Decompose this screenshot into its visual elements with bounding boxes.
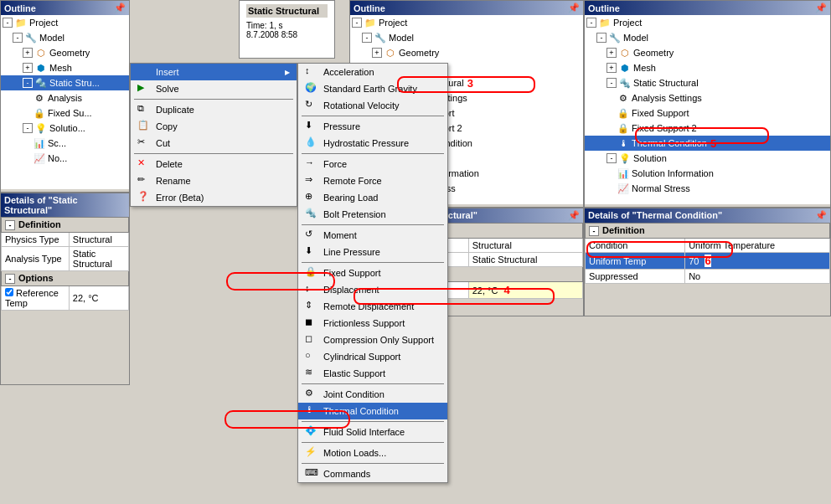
expander-project-l[interactable]: - xyxy=(3,18,13,28)
menu-item-rename[interactable]: ✏ Rename xyxy=(131,172,297,189)
outline-title-center: Outline 📌 xyxy=(350,1,583,15)
fixedsup-icon-l: 🔒 xyxy=(33,106,46,120)
pin-details-right[interactable]: 📌 xyxy=(815,210,827,221)
menu-item-solve[interactable]: ▶ Solve xyxy=(131,80,297,97)
pin-details-center[interactable]: 📌 xyxy=(568,210,580,221)
expander-model-c[interactable]: - xyxy=(362,33,372,43)
tree-item-model-l[interactable]: - 🔧 Model xyxy=(1,30,129,45)
static-structural-icon-l: 🔩 xyxy=(34,76,48,90)
collapse-options-left[interactable]: - xyxy=(5,274,15,284)
tree-item-solution-r[interactable]: - 💡 Solution xyxy=(585,151,830,166)
tree-item-analysis-l[interactable]: ⚙ Analysis xyxy=(1,90,129,105)
submenu-moment[interactable]: ↺ Moment xyxy=(298,227,447,244)
info-box-title: Static Structural xyxy=(246,4,328,18)
fixedsup-icon-r: 🔒 xyxy=(617,106,630,120)
model-icon-l: 🔧 xyxy=(24,31,38,44)
pin-icon-center[interactable]: 📌 xyxy=(568,3,580,13)
tree-item-project-l[interactable]: - 📁 Project xyxy=(1,15,129,30)
sub-sep-6 xyxy=(302,421,444,422)
outline-title-right: Outline 📌 xyxy=(585,1,830,15)
menu-item-cut[interactable]: ✂ Cut xyxy=(131,135,297,152)
submenu-pressure[interactable]: ⬇ Pressure xyxy=(298,118,447,135)
submenu-fixed-support[interactable]: 🔒 Fixed Support xyxy=(298,265,447,281)
expander-sol-l[interactable]: - xyxy=(23,123,33,133)
submenu-insert: ↕ Acceleration 🌍 Standard Earth Gravity … xyxy=(297,63,448,483)
submenu-force[interactable]: → Force xyxy=(298,156,447,172)
value-ref-temp-center[interactable]: 22, °C 4 xyxy=(468,282,582,299)
tree-item-model-r[interactable]: - 🔧 Model xyxy=(585,30,830,45)
tree-item-no-l[interactable]: 📈 No... xyxy=(1,151,129,166)
expander-geometry-c[interactable]: + xyxy=(372,48,382,58)
tree-item-geometry-r[interactable]: + ⬡ Geometry xyxy=(585,45,830,60)
hydrostatic-icon: 💧 xyxy=(305,136,318,150)
expander-geometry-l[interactable]: + xyxy=(23,48,33,58)
collapse-definition-right[interactable]: - xyxy=(589,226,599,236)
submenu-frictionless-support[interactable]: ◼ Frictionless Support xyxy=(298,315,447,332)
expander-sol-r[interactable]: - xyxy=(606,153,617,163)
submenu-bolt-pretension[interactable]: 🔩 Bolt Pretension xyxy=(298,206,447,223)
submenu-commands[interactable]: ⌨ Commands xyxy=(298,465,447,482)
expander-mesh-r[interactable]: + xyxy=(606,63,617,73)
submenu-compression-only[interactable]: ◻ Compression Only Support xyxy=(298,332,447,348)
pin-icon-left[interactable]: 📌 xyxy=(114,3,126,13)
collapse-definition-left[interactable]: - xyxy=(5,220,15,230)
expander-ss-r[interactable]: - xyxy=(606,78,617,88)
menu-item-delete[interactable]: ✕ Delete xyxy=(131,156,297,172)
submenu-displacement[interactable]: ↕ Displacement xyxy=(298,281,447,298)
submenu-acceleration[interactable]: ↕ Acceleration xyxy=(298,64,447,80)
info-box-time: Time: 1, s xyxy=(246,21,328,30)
expander-model-l[interactable]: - xyxy=(13,33,23,43)
menu-item-duplicate[interactable]: ⧉ Duplicate xyxy=(131,101,297,118)
expander-mesh-l[interactable]: + xyxy=(23,63,33,73)
submenu-line-pressure[interactable]: ⬇ Line Pressure xyxy=(298,244,447,260)
tree-item-static-structural-r[interactable]: - 🔩 Static Structural xyxy=(585,75,830,90)
menu-item-error[interactable]: ❓ Error (Beta) xyxy=(131,189,297,206)
sub-sep-1 xyxy=(302,116,444,116)
expander-ss-l[interactable]: - xyxy=(23,78,33,88)
submenu-bearing-load[interactable]: ⊕ Bearing Load xyxy=(298,189,447,206)
expander-geometry-r[interactable]: + xyxy=(606,48,617,58)
submenu-elastic-support[interactable]: ≋ Elastic Support xyxy=(298,365,447,382)
tree-item-geometry-l[interactable]: + ⬡ Geometry xyxy=(1,45,129,60)
tree-view-left[interactable]: - 📁 Project - 🔧 Model + ⬡ Geometry + ⬢ M… xyxy=(1,15,129,189)
tree-item-project-r[interactable]: - 📁 Project xyxy=(585,15,830,30)
tree-item-normal-stress-r[interactable]: 📈 Normal Stress xyxy=(585,181,830,196)
tree-item-static-structural-l[interactable]: - 🔩 Static Stru... xyxy=(1,75,129,90)
submenu-thermal-condition[interactable]: 🌡 Thermal Condition xyxy=(298,403,447,419)
solution-icon-l: 💡 xyxy=(34,121,48,135)
tree-item-analysis-r[interactable]: ⚙ Analysis Settings xyxy=(585,90,830,105)
tree-item-mesh-l[interactable]: + ⬢ Mesh xyxy=(1,60,129,75)
menu-item-copy[interactable]: 📋 Copy xyxy=(131,118,297,135)
expander-project-r[interactable]: - xyxy=(586,18,596,28)
expander-project-c[interactable]: - xyxy=(352,18,362,28)
tree-item-sol-info-r[interactable]: 📊 Solution Information xyxy=(585,166,830,181)
tree-item-fixedsup2-r[interactable]: 🔒 Fixed Support 2 xyxy=(585,121,830,136)
tree-item-fixedsup-l[interactable]: 🔒 Fixed Su... xyxy=(1,105,129,121)
submenu-hydrostatic-pressure[interactable]: 💧 Hydrostatic Pressure xyxy=(298,135,447,152)
cylindrical-icon: ○ xyxy=(305,350,318,363)
annotation-5: 5 xyxy=(710,137,716,150)
tree-item-sc-l[interactable]: 📊 Sc... xyxy=(1,136,129,151)
menu-item-insert[interactable]: Insert ▶ xyxy=(131,64,297,80)
value-uniform-temp-right[interactable]: 70 6 xyxy=(685,253,830,270)
tree-item-mesh-r[interactable]: + ⬢ Mesh xyxy=(585,60,830,75)
submenu-remote-displacement[interactable]: ⇕ Remote Displacement xyxy=(298,298,447,315)
submenu-rotational-velocity[interactable]: ↻ Rotational Velocity xyxy=(298,97,447,114)
submenu-fluid-solid[interactable]: 💠 Fluid Solid Interface xyxy=(298,424,447,440)
tree-item-thermal-r[interactable]: 🌡 Thermal Condition 5 xyxy=(585,136,830,151)
tree-item-fixedsup-r[interactable]: 🔒 Fixed Support xyxy=(585,105,830,121)
label-physics-type-left: Physics Type xyxy=(2,233,70,247)
submenu-joint-condition[interactable]: ⚙ Joint Condition xyxy=(298,386,447,403)
tree-item-solution-l[interactable]: - 💡 Solutio... xyxy=(1,121,129,136)
submenu-remote-force[interactable]: ⇒ Remote Force xyxy=(298,172,447,189)
tree-view-right[interactable]: - 📁 Project - 🔧 Model + ⬡ Geometry + ⬢ M… xyxy=(585,15,830,204)
submenu-cylindrical-support[interactable]: ○ Cylindrical Support xyxy=(298,348,447,365)
pin-icon-right[interactable]: 📌 xyxy=(815,3,827,13)
expander-model-r[interactable]: - xyxy=(596,33,606,43)
tree-item-geometry-c[interactable]: + ⬡ Geometry xyxy=(350,45,583,60)
ref-temp-checkbox-left[interactable] xyxy=(5,288,13,296)
submenu-motion-loads[interactable]: ⚡ Motion Loads... xyxy=(298,445,447,461)
tree-item-model-c[interactable]: - 🔧 Model xyxy=(350,30,583,45)
submenu-standard-earth-gravity[interactable]: 🌍 Standard Earth Gravity xyxy=(298,80,447,97)
tree-item-project-c[interactable]: - 📁 Project xyxy=(350,15,583,30)
